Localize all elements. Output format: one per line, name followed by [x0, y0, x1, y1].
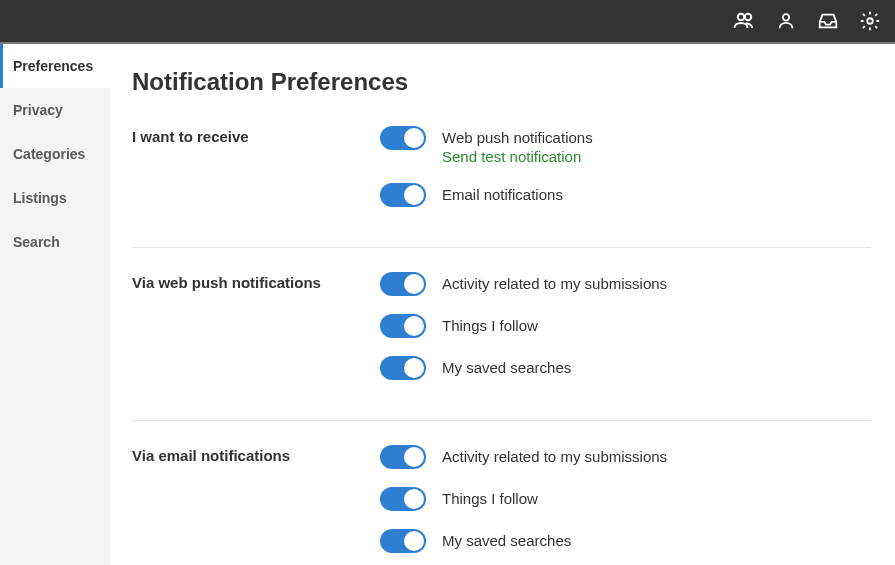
toggle-webpush-saved[interactable] [380, 356, 426, 380]
section-receive: I want to receive Web push notifications… [132, 126, 871, 248]
pref-row-webpush-activity: Activity related to my submissions [380, 272, 871, 296]
row-label: My saved searches [442, 532, 571, 549]
page-title: Notification Preferences [132, 68, 871, 96]
row-label: Web push notifications [442, 129, 593, 146]
svg-point-3 [867, 18, 873, 24]
section-label: Via web push notifications [132, 272, 380, 380]
sidebar-item-label: Privacy [13, 102, 63, 118]
svg-point-1 [745, 14, 751, 20]
section-via-web-push: Via web push notifications Activity rela… [132, 272, 871, 421]
send-test-notification-link[interactable]: Send test notification [442, 148, 593, 165]
sidebar-item-label: Listings [13, 190, 67, 206]
sidebar-item-listings[interactable]: Listings [0, 176, 110, 220]
row-label: Things I follow [442, 490, 538, 507]
sidebar-item-search[interactable]: Search [0, 220, 110, 264]
gear-icon[interactable] [857, 8, 883, 34]
toggle-email-activity[interactable] [380, 445, 426, 469]
team-icon[interactable] [731, 8, 757, 34]
main-content: Notification Preferences I want to recei… [110, 44, 895, 565]
user-icon[interactable] [773, 8, 799, 34]
pref-row-email: Email notifications [380, 183, 871, 207]
toggle-web-push[interactable] [380, 126, 426, 150]
toggle-email-saved[interactable] [380, 529, 426, 553]
sidebar-item-label: Preferences [13, 58, 93, 74]
row-label: Activity related to my submissions [442, 275, 667, 292]
pref-row-webpush-saved: My saved searches [380, 356, 871, 380]
section-via-email: Via email notifications Activity related… [132, 445, 871, 553]
topbar [0, 0, 895, 44]
section-label: Via email notifications [132, 445, 380, 553]
pref-row-webpush-follow: Things I follow [380, 314, 871, 338]
sidebar-item-label: Categories [13, 146, 85, 162]
pref-row-web-push: Web push notifications Send test notific… [380, 126, 871, 165]
pref-row-email-saved: My saved searches [380, 529, 871, 553]
row-label: Email notifications [442, 186, 563, 203]
section-label: I want to receive [132, 126, 380, 207]
sidebar: Preferences Privacy Categories Listings … [0, 44, 110, 565]
row-label: Things I follow [442, 317, 538, 334]
row-label: Activity related to my submissions [442, 448, 667, 465]
pref-row-email-follow: Things I follow [380, 487, 871, 511]
sidebar-item-preferences[interactable]: Preferences [0, 44, 110, 88]
svg-point-2 [783, 14, 789, 20]
toggle-email-follow[interactable] [380, 487, 426, 511]
sidebar-item-privacy[interactable]: Privacy [0, 88, 110, 132]
toggle-webpush-activity[interactable] [380, 272, 426, 296]
sidebar-item-label: Search [13, 234, 60, 250]
toggle-webpush-follow[interactable] [380, 314, 426, 338]
toggle-email[interactable] [380, 183, 426, 207]
sidebar-item-categories[interactable]: Categories [0, 132, 110, 176]
inbox-icon[interactable] [815, 8, 841, 34]
pref-row-email-activity: Activity related to my submissions [380, 445, 871, 469]
svg-point-0 [738, 14, 744, 20]
row-label: My saved searches [442, 359, 571, 376]
